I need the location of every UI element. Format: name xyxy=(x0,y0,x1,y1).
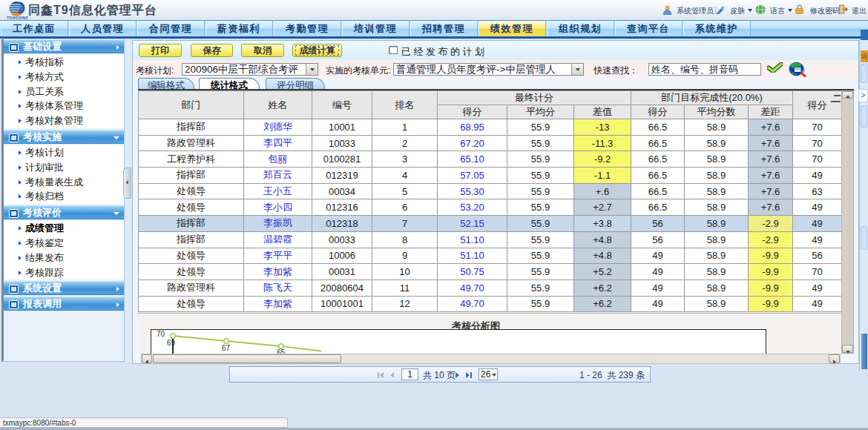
svg-text:67: 67 xyxy=(222,344,231,352)
svg-text:69: 69 xyxy=(167,339,176,347)
svg-text:65: 65 xyxy=(277,348,286,354)
svg-text:70: 70 xyxy=(157,330,165,338)
